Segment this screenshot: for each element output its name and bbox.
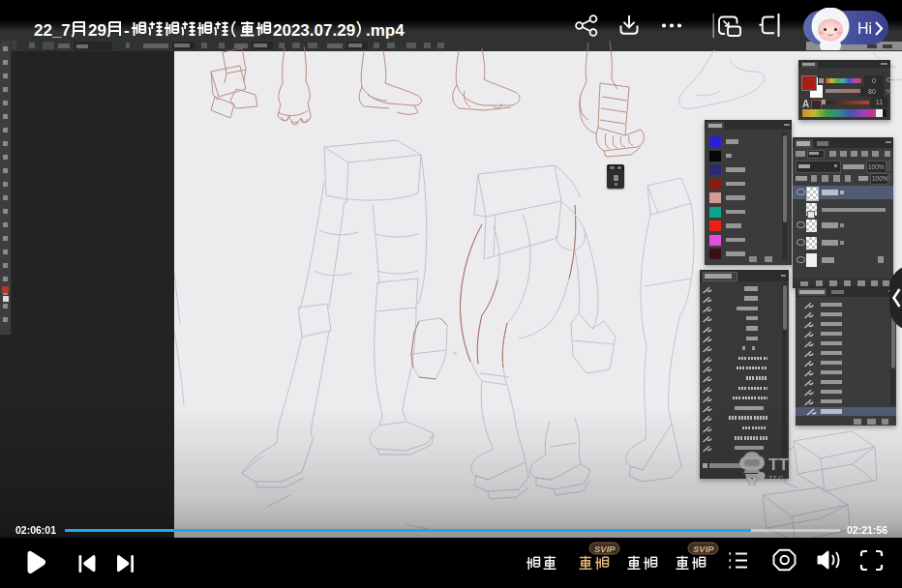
svg-text:29: 29 (88, 21, 106, 40)
svg-text:TT: TT (768, 456, 789, 474)
svg-text:2023.07.29: 2023.07.29 (273, 21, 355, 40)
svg-text:-: - (124, 21, 130, 40)
svg-text:22_7: 22_7 (34, 21, 71, 40)
svg-text:SVIP: SVIP (594, 544, 616, 554)
svg-text:TT C: TT C (768, 475, 783, 482)
svg-text:Hi: Hi (857, 20, 872, 37)
svg-text:SVIP: SVIP (693, 544, 714, 554)
svg-text:.mp4: .mp4 (366, 21, 405, 40)
